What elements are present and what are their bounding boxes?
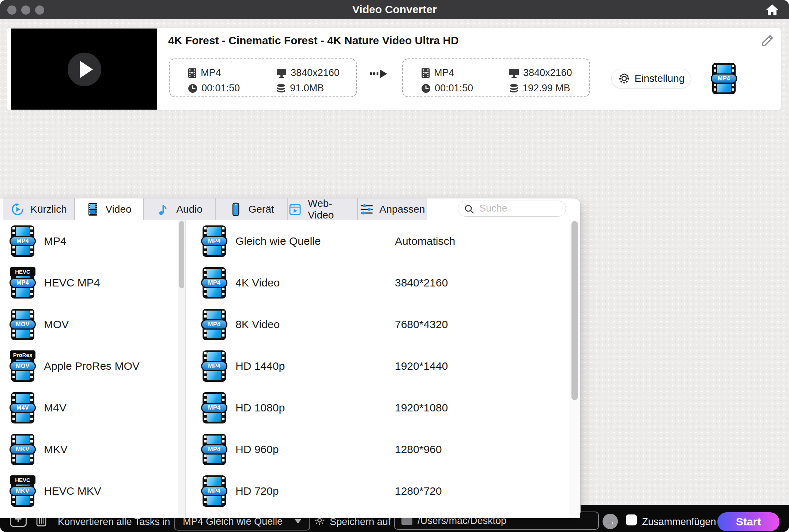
pencil-icon	[760, 34, 774, 48]
preset-icon: MP4	[203, 475, 226, 507]
target-info-box: MP4 3840x2160 00:01:50 192.99 MB	[402, 58, 590, 97]
preset-resolution: 1280*720	[395, 485, 442, 497]
edit-title-button[interactable]	[760, 34, 774, 48]
left-scrollbar-thumb[interactable]	[179, 221, 184, 288]
tab-audio[interactable]: Audio	[143, 198, 216, 220]
list-item[interactable]: MKV MKV	[0, 429, 178, 470]
source-resolution: 3840x2160	[276, 67, 340, 79]
left-scrollbar[interactable]	[178, 220, 186, 518]
preset-icon: MP4	[203, 434, 226, 465]
list-item[interactable]: ProResMOV Apple ProRes MOV	[0, 345, 178, 387]
right-scrollbar-thumb[interactable]	[571, 221, 578, 400]
preset-resolution: 7680*4320	[395, 318, 448, 331]
history-icon	[11, 202, 24, 216]
app-title: Video Converter	[0, 0, 789, 19]
tab-geraet[interactable]: Gerät	[216, 198, 288, 220]
target-size: 192.99 MB	[509, 83, 570, 94]
storage-icon	[276, 84, 286, 93]
preset-icon: MP4	[203, 350, 226, 382]
clock-icon	[188, 84, 197, 93]
search-box	[458, 201, 566, 217]
music-note-icon	[156, 202, 170, 216]
preset-resolution: 1920*1080	[395, 402, 448, 414]
preset-resolution: 1280*960	[395, 443, 442, 456]
format-icon: HEVCMP4	[11, 267, 34, 299]
target-format: MP4	[421, 67, 454, 79]
format-icon: HEVCMKV	[11, 475, 34, 507]
preset-icon: MP4	[203, 392, 226, 423]
list-item[interactable]: MP4 Gleich wie Quelle Automatisch	[192, 220, 569, 262]
convert-arrow-icon	[370, 69, 387, 78]
film-strip-icon	[421, 68, 430, 78]
list-item[interactable]: MOV MOV	[0, 304, 178, 345]
video-title: 4K Forest - Cinematic Forest - 4K Nature…	[168, 34, 459, 47]
clock-icon	[421, 84, 431, 93]
tab-kuerzlich[interactable]: Kürzlich	[3, 198, 75, 220]
list-item[interactable]: MP4 HD 1440p 1920*1440	[192, 345, 569, 387]
preset-resolution: 3840*2160	[395, 277, 448, 289]
monitor-icon	[276, 68, 287, 78]
sliders-icon	[360, 202, 374, 216]
list-item[interactable]: MP4 8K Video 7680*4320	[192, 304, 569, 345]
tab-anpassen[interactable]: Anpassen	[358, 198, 427, 220]
preset-resolution: Automatisch	[395, 235, 455, 247]
right-scrollbar[interactable]	[569, 220, 580, 518]
web-video-icon	[288, 202, 302, 216]
merge-checkbox[interactable]	[626, 514, 637, 525]
video-thumbnail	[11, 28, 157, 110]
list-item[interactable]: HEVCMP4 HEVC MP4	[0, 262, 178, 304]
storage-icon	[509, 84, 518, 93]
list-item[interactable]: MP4 HD 1080p 1920*1080	[192, 387, 569, 429]
format-icon: MP4	[11, 225, 34, 257]
format-icon: ProResMOV	[11, 350, 34, 382]
open-folder-button[interactable]: →	[603, 514, 618, 529]
film-icon	[86, 202, 99, 216]
list-item[interactable]: M4V M4V	[0, 387, 178, 429]
gear-icon	[618, 72, 630, 85]
format-icon: MKV	[11, 434, 34, 465]
search-icon	[464, 204, 474, 214]
tab-video[interactable]: Video	[75, 198, 143, 220]
list-item[interactable]: MP4 HD 720p 1280*720	[192, 470, 569, 512]
preset-icon: MP4	[203, 225, 226, 257]
source-format: MP4	[188, 67, 221, 79]
tab-web-video[interactable]: Web-Video	[288, 198, 358, 220]
list-item[interactable]: MP4 MP4	[0, 220, 178, 262]
list-item[interactable]: MP4 HD 960p 1280*960	[192, 429, 569, 470]
home-button[interactable]	[764, 2, 780, 18]
output-format-badge[interactable]: MP4	[712, 63, 736, 94]
settings-button[interactable]: Einstellung	[611, 69, 691, 88]
start-button[interactable]: Start	[717, 512, 779, 531]
format-icon: M4V	[11, 392, 34, 423]
home-icon	[765, 3, 779, 17]
source-info-box: MP4 3840x2160 00:01:50 91.0MB	[169, 58, 357, 97]
target-resolution: 3840x2160	[509, 67, 572, 79]
play-button[interactable]	[68, 53, 101, 86]
chevron-down-icon	[295, 519, 301, 524]
app-window: Video Converter 4K Forest - Cinematic Fo…	[0, 0, 789, 532]
monitor-icon	[509, 68, 519, 78]
source-duration: 00:01:50	[188, 83, 240, 94]
source-size: 91.0MB	[276, 83, 324, 94]
play-icon	[80, 61, 93, 78]
format-icon: MOV	[11, 309, 34, 340]
merge-label: Zusammenfügen	[642, 516, 716, 528]
arrow-right-icon: →	[605, 516, 615, 527]
titlebar: Video Converter	[0, 0, 789, 19]
film-strip-icon	[188, 68, 197, 78]
preset-list: MP4 Gleich wie Quelle Automatisch MP4 4K…	[192, 220, 569, 512]
preset-icon: MP4	[203, 309, 226, 340]
task-card: 4K Forest - Cinematic Forest - 4K Nature…	[7, 28, 781, 110]
preset-resolution: 1920*1440	[395, 360, 448, 372]
list-item[interactable]: HEVCMKV HEVC MKV	[0, 470, 178, 512]
list-item[interactable]: MP4 4K Video 3840*2160	[192, 262, 569, 304]
phone-icon	[229, 202, 242, 216]
search-input[interactable]	[479, 202, 561, 215]
preset-icon: MP4	[203, 267, 226, 299]
format-list: MP4 MP4 HEVCMP4 HEVC MP4 MOV MOV ProResM…	[0, 220, 178, 512]
format-label: MP4	[711, 73, 737, 84]
format-panel: Kürzlich Video Audio	[0, 198, 581, 518]
target-duration: 00:01:50	[421, 83, 473, 94]
